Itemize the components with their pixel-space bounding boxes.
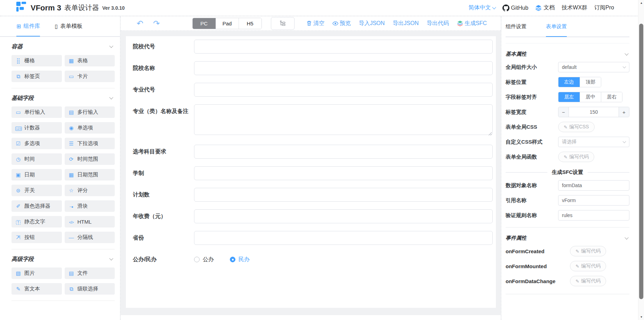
setting-row: 验证规则名称 — [506, 210, 629, 221]
chevron-down-icon[interactable] — [109, 44, 113, 48]
form-ref-name-input[interactable] — [558, 195, 629, 206]
widget-button[interactable]: 按钮 — [11, 232, 62, 243]
label-align-right[interactable]: 居右 — [601, 92, 622, 102]
tab-widget-settings[interactable]: 组件设置 — [506, 17, 526, 37]
widget-rich-editor[interactable]: 富文本 — [11, 283, 62, 295]
scrollbar-thumb[interactable] — [639, 24, 643, 299]
form-field-label: 年收费（元） — [133, 209, 194, 223]
device-pad-button[interactable]: Pad — [216, 18, 239, 29]
widget-html-text[interactable]: HTML — [65, 216, 115, 227]
form-field-textarea[interactable] — [194, 104, 493, 135]
form-field-input[interactable] — [194, 231, 493, 245]
form-field-input[interactable] — [194, 61, 493, 75]
form-field-row[interactable]: 公办/民办 公办 民办 — [133, 253, 493, 266]
form-field-input[interactable] — [194, 166, 493, 180]
widget-color-picker[interactable]: 颜色选择器 — [11, 200, 62, 212]
device-h5-button[interactable]: H5 — [239, 18, 261, 29]
form-field-row[interactable]: 院校名称 — [133, 61, 493, 75]
widget-checkbox[interactable]: 多选项 — [11, 138, 62, 149]
scroll-down-arrow-icon[interactable]: ▼ — [638, 314, 644, 320]
on-form-data-change-edit-button[interactable]: ✎ 编写代码 — [570, 276, 606, 286]
label-align-center[interactable]: 居中 — [580, 92, 601, 102]
form-field-input[interactable] — [194, 209, 493, 223]
form-field-row[interactable]: 专业代号 — [133, 83, 493, 97]
chevron-down-icon[interactable] — [625, 51, 628, 55]
stepper-plus-button[interactable]: + — [619, 107, 629, 117]
global-size-select[interactable]: default — [558, 62, 629, 72]
widget-sections: 容器 栅格 表格 标签页 卡片 基础字段 单行输入 多行输入 — [0, 41, 120, 301]
generate-sfc-button[interactable]: 生成SFC — [457, 20, 487, 27]
form-field-row[interactable]: 专业（类）名称及备注 — [133, 104, 493, 136]
on-form-mounted-edit-button[interactable]: ✎ 编写代码 — [570, 261, 606, 271]
widget-cascader[interactable]: 级联选择 — [65, 283, 115, 295]
chevron-down-icon[interactable] — [109, 256, 113, 260]
edit-icon: ✎ — [575, 264, 579, 269]
form-field-row[interactable]: 学制 — [133, 166, 493, 180]
import-json-button[interactable]: 导入JSON — [359, 20, 385, 27]
node-tree-button[interactable] — [271, 17, 295, 30]
widget-table[interactable]: 表格 — [65, 55, 115, 66]
widget-static-text[interactable]: 静态文字 — [11, 216, 62, 227]
widget-textarea[interactable]: 多行输入 — [65, 106, 115, 118]
form-field-row[interactable]: 院校代号 — [133, 40, 493, 54]
radio-option[interactable]: 民办 — [230, 256, 250, 263]
docs-link[interactable]: 文档 — [535, 4, 555, 11]
widget-time[interactable]: 时间 — [11, 153, 62, 165]
settings-panel: 组件设置 表单设置 基本属性 全局组件大小 default 标签位置 — [501, 16, 644, 320]
widget-card[interactable]: 卡片 — [65, 71, 115, 82]
widget-date[interactable]: 日期 — [11, 169, 62, 181]
form-field-row[interactable]: 选考科目要求 — [133, 145, 493, 159]
export-code-button[interactable]: 导出代码 — [427, 20, 449, 27]
widget-slider[interactable]: 滑块 — [65, 200, 115, 212]
redo-icon[interactable]: ↷ — [153, 19, 160, 27]
widget-file-upload[interactable]: 文件 — [65, 267, 115, 279]
widget-switch[interactable]: 开关 — [11, 185, 62, 196]
form-field-row[interactable]: 年收费（元） — [133, 209, 493, 223]
widget-tab[interactable]: 标签页 — [11, 71, 62, 82]
wx-group-link[interactable]: 技术WX群 — [562, 4, 587, 11]
on-form-created-edit-button[interactable]: ✎ 编写代码 — [570, 246, 606, 256]
form-field-input[interactable] — [194, 40, 493, 54]
widget-picture-upload[interactable]: 图片 — [11, 267, 62, 279]
chevron-down-icon[interactable] — [109, 95, 113, 99]
label-position-top[interactable]: 顶部 — [580, 77, 601, 87]
form-field-input[interactable] — [194, 83, 493, 97]
form-data-name-input[interactable] — [558, 180, 629, 191]
form-field-row[interactable]: 计划数 — [133, 188, 493, 202]
widget-input[interactable]: 单行输入 — [11, 106, 62, 118]
clear-button[interactable]: 清空 — [306, 20, 324, 27]
edit-functions-button[interactable]: ✎ 编写代码 — [558, 152, 594, 162]
form-field-row[interactable]: 省份 — [133, 231, 493, 245]
widget-rate[interactable]: 评分 — [65, 185, 115, 196]
widget-number[interactable]: 计数器 — [11, 122, 62, 134]
subscribe-pro-link[interactable]: 订阅Pro — [594, 4, 614, 11]
widget-grid[interactable]: 栅格 — [11, 55, 62, 66]
tab-widget-library[interactable]: ⊞ 组件库 — [16, 17, 40, 37]
tab-form-templates[interactable]: ▯ 表单模板 — [55, 17, 82, 37]
label-position-left[interactable]: 左边 — [558, 77, 580, 87]
rules-name-input[interactable] — [558, 210, 629, 221]
widget-radio[interactable]: 单选项 — [65, 122, 115, 134]
form-field-input[interactable] — [194, 188, 493, 202]
tab-form-settings[interactable]: 表单设置 — [546, 17, 567, 37]
export-json-button[interactable]: 导出JSON — [393, 20, 419, 27]
device-pc-button[interactable]: PC — [193, 18, 216, 29]
undo-icon[interactable]: ↶ — [137, 19, 143, 27]
edit-css-button[interactable]: ✎ 编写CSS — [558, 122, 595, 132]
github-link[interactable]: GitHub — [502, 5, 529, 11]
scroll-up-arrow-icon[interactable]: ▲ — [638, 0, 644, 6]
custom-class-select[interactable]: 请选择 — [558, 137, 629, 147]
stepper-minus-button[interactable]: − — [558, 107, 569, 117]
widget-divider[interactable]: 分隔线 — [65, 232, 115, 243]
chevron-down-icon[interactable] — [625, 235, 628, 239]
widget-date-range[interactable]: 日期范围 — [65, 169, 115, 181]
label-width-value[interactable]: 150 — [569, 107, 619, 117]
label-align-left[interactable]: 居左 — [558, 92, 580, 102]
radio-option[interactable]: 公办 — [194, 256, 214, 263]
form-canvas[interactable]: 院校代号 院校名称 专业代号 专业（类）名称及备注 — [121, 31, 501, 315]
preview-button[interactable]: 预览 — [332, 20, 351, 27]
widget-select[interactable]: 下拉选项 — [65, 138, 115, 149]
form-field-input[interactable] — [194, 145, 493, 159]
widget-time-range[interactable]: 时间范围 — [65, 153, 115, 165]
language-switcher[interactable]: 简体中文 — [469, 4, 496, 11]
